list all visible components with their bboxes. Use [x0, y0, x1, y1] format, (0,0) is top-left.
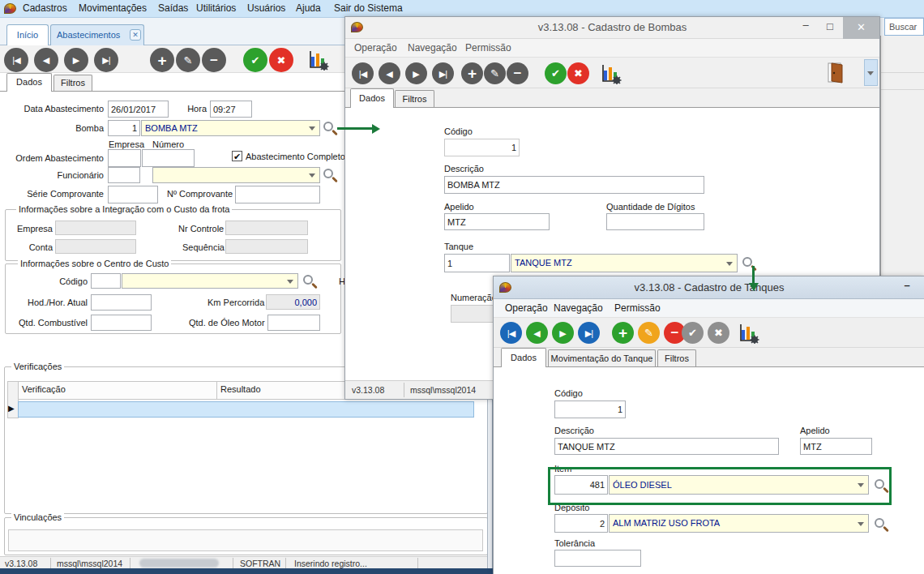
bombas-tab-filtros[interactable]: Filtros — [395, 90, 434, 108]
bombas-menu-permissao[interactable]: Permissão — [465, 42, 511, 54]
funcionario-codigo-field[interactable] — [108, 167, 140, 183]
ordem-empresa-field[interactable] — [108, 149, 141, 167]
menu-cadastros[interactable]: Cadastros — [23, 2, 67, 14]
cancel-button[interactable] — [708, 322, 729, 344]
qtd-oleo-field[interactable] — [267, 315, 320, 331]
hora-field[interactable] — [210, 101, 252, 118]
funcionario-combobox[interactable] — [152, 167, 320, 183]
bombas-tanque-combobox[interactable]: TANQUE MTZ — [511, 254, 738, 272]
previous-record-button[interactable] — [34, 48, 58, 72]
bomba-codigo-field[interactable] — [108, 120, 140, 136]
vinculacoes-field[interactable] — [8, 529, 483, 551]
tanques-deposito-search-icon[interactable] — [875, 518, 884, 528]
minimize-icon[interactable]: – — [899, 279, 915, 291]
minimize-icon[interactable]: – — [796, 19, 815, 31]
hod-field[interactable] — [91, 294, 152, 311]
maximize-icon[interactable]: □ — [820, 20, 840, 32]
toolbar-overflow-strip[interactable] — [864, 59, 878, 86]
data-abastecimento-field[interactable] — [108, 101, 169, 118]
tanques-descricao-field[interactable] — [554, 438, 779, 455]
bombas-menu-navegacao[interactable]: Navegação — [408, 42, 457, 54]
ordem-numero-field[interactable] — [142, 149, 195, 167]
tanques-deposito-codigo-field[interactable] — [554, 514, 608, 533]
tanques-deposito-combobox[interactable]: ALM MATRIZ USO FROTA — [609, 514, 869, 533]
serie-comprovante-field[interactable] — [108, 186, 158, 203]
next-record-button[interactable] — [552, 322, 574, 344]
tanques-tab-filtros[interactable]: Filtros — [657, 349, 696, 367]
next-record-button[interactable] — [405, 62, 427, 84]
edit-record-button[interactable] — [176, 48, 200, 72]
confirm-button[interactable] — [243, 48, 267, 72]
grid-selected-row[interactable] — [18, 401, 474, 418]
cc-combobox[interactable] — [122, 273, 298, 289]
tanques-menu-permissao[interactable]: Permissão — [614, 302, 661, 314]
menu-usuarios[interactable]: Usuários — [247, 2, 285, 14]
main-tab-dados[interactable]: Dados — [6, 73, 52, 92]
bombas-apelido-field[interactable] — [444, 213, 550, 230]
exit-door-button[interactable] — [827, 62, 845, 84]
first-record-button[interactable] — [500, 322, 522, 344]
previous-record-button[interactable] — [526, 322, 548, 344]
menu-sair[interactable]: Sair do Sistema — [334, 2, 403, 14]
menu-saidas[interactable]: Saídas — [158, 2, 188, 14]
confirm-button[interactable] — [545, 62, 567, 84]
bombas-tanque-search-icon[interactable] — [742, 257, 752, 267]
bomba-combobox[interactable]: BOMBA MTZ — [141, 120, 320, 136]
tanques-item-search-icon[interactable] — [875, 479, 884, 489]
delete-record-button[interactable] — [507, 62, 528, 84]
search-button[interactable]: Buscar — [884, 18, 924, 36]
bomba-search-icon[interactable] — [323, 122, 333, 131]
tanques-codigo-field[interactable] — [554, 401, 626, 418]
main-tab-filtros[interactable]: Filtros — [53, 75, 92, 92]
first-record-button[interactable] — [352, 62, 374, 84]
last-record-button[interactable] — [578, 322, 600, 344]
cc-codigo-field[interactable] — [91, 273, 121, 289]
bombas-codigo-field[interactable] — [444, 139, 520, 156]
tab-abastecimentos[interactable]: Abastecimentos ✕ — [50, 24, 144, 45]
n-comprovante-field[interactable] — [235, 186, 320, 203]
first-record-button[interactable] — [4, 48, 28, 72]
add-record-button[interactable] — [612, 322, 634, 344]
tab-inicio[interactable]: Início — [6, 24, 49, 45]
bombas-digitos-field[interactable] — [606, 213, 704, 230]
report-chart-button[interactable] — [308, 49, 329, 71]
qtd-combustivel-field[interactable] — [91, 315, 152, 331]
tanques-menu-navegacao[interactable]: Navegação — [554, 302, 603, 314]
menu-movimentacoes[interactable]: Movimentações — [79, 2, 147, 14]
confirm-button[interactable] — [682, 322, 704, 344]
grid-col-verificacao[interactable]: Verificação — [18, 381, 217, 400]
bombas-menu-operacao[interactable]: Operação — [354, 42, 397, 54]
edit-record-button[interactable] — [638, 322, 660, 344]
tanques-titlebar[interactable]: v3.13.08 - Cadastro de Tanques – — [494, 276, 924, 299]
last-record-button[interactable] — [432, 62, 454, 84]
close-tab-icon[interactable]: ✕ — [130, 29, 141, 41]
bombas-descricao-field[interactable] — [444, 176, 704, 194]
cc-search-icon[interactable] — [303, 275, 313, 285]
tanques-tab-movimentacao[interactable]: Movimentação do Tanque — [548, 349, 656, 367]
close-icon[interactable]: ✕ — [843, 17, 879, 39]
delete-record-button[interactable] — [202, 48, 226, 72]
report-chart-button[interactable] — [601, 62, 622, 84]
add-record-button[interactable] — [150, 48, 174, 72]
bombas-tab-dados[interactable]: Dados — [350, 88, 394, 108]
tanques-menu-operacao[interactable]: Operação — [505, 302, 548, 314]
edit-record-button[interactable] — [484, 62, 506, 84]
cancel-button[interactable] — [269, 48, 293, 72]
menu-ajuda[interactable]: Ajuda — [296, 2, 321, 14]
funcionario-search-icon[interactable] — [323, 169, 333, 178]
bombas-titlebar[interactable]: v3.13.08 - Cadastro de Bombas – □ ✕ — [345, 17, 879, 39]
tanques-tab-dados[interactable]: Dados — [501, 348, 546, 367]
bombas-tanque-codigo-field[interactable] — [444, 254, 510, 272]
next-record-button[interactable] — [64, 48, 88, 72]
report-chart-button[interactable] — [738, 322, 759, 344]
add-record-button[interactable] — [461, 62, 483, 84]
last-record-button[interactable] — [94, 48, 118, 72]
menu-utilitarios[interactable]: Utilitários — [196, 2, 236, 14]
tanques-apelido-field[interactable] — [800, 438, 872, 455]
tanques-item-combobox[interactable]: ÓLEO DIESEL — [609, 475, 869, 495]
abastecimento-completo-checkbox[interactable]: ✔ — [232, 151, 242, 161]
tanques-item-codigo-field[interactable] — [554, 475, 608, 495]
tanques-tolerancia-field[interactable] — [554, 550, 641, 567]
cancel-button[interactable] — [567, 62, 589, 84]
previous-record-button[interactable] — [379, 62, 400, 84]
